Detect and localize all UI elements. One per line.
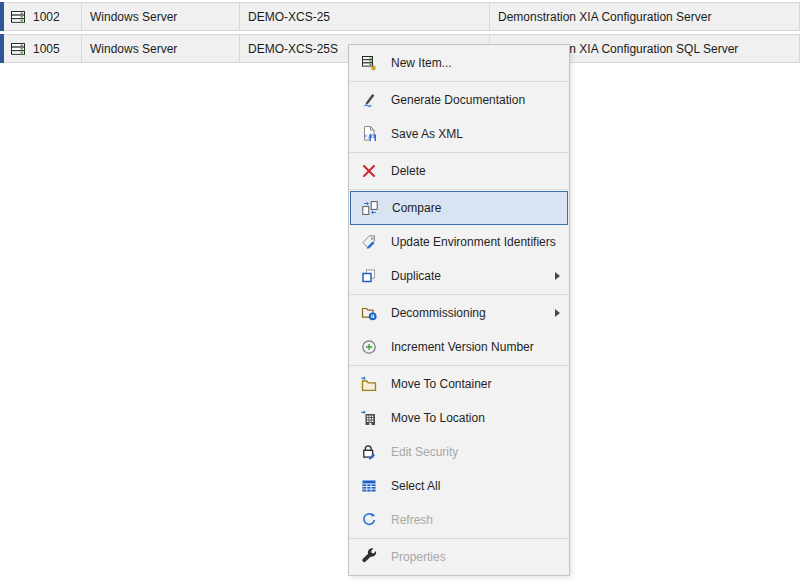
menu-separator	[349, 152, 569, 153]
item-type: Windows Server	[90, 42, 177, 56]
server-icon	[10, 9, 26, 25]
cell-name: DEMO-XCS-25	[240, 3, 490, 30]
menu-item-generate-documentation[interactable]: Generate Documentation	[349, 83, 569, 117]
menu-item-refresh: Refresh	[349, 503, 569, 537]
menu-item-move-to-container[interactable]: Move To Container	[349, 367, 569, 401]
menu-item-label: Generate Documentation	[391, 93, 525, 107]
submenu-arrow-icon	[555, 272, 560, 280]
menu-separator	[349, 81, 569, 82]
move-to-location-icon	[359, 409, 379, 427]
item-id: 1002	[33, 10, 60, 24]
context-menu: New Item... Generate Documentation </ Sa…	[348, 44, 570, 576]
cell-description: Demonstration XIA Configuration Server	[490, 3, 799, 30]
menu-item-label: Decommissioning	[391, 306, 486, 320]
menu-item-label: Compare	[392, 201, 441, 215]
menu-item-duplicate[interactable]: Duplicate	[349, 259, 569, 293]
menu-item-select-all[interactable]: Select All	[349, 469, 569, 503]
cell-id: 1005	[4, 35, 82, 62]
server-icon	[10, 41, 26, 57]
properties-icon	[359, 548, 379, 566]
table-row[interactable]: 1002 Windows Server DEMO-XCS-25 Demonstr…	[0, 2, 800, 31]
menu-item-label: Delete	[391, 164, 426, 178]
delete-icon	[359, 162, 379, 180]
cell-type: Windows Server	[82, 3, 240, 30]
menu-item-label: Move To Container	[391, 377, 492, 391]
menu-item-label: Update Environment Identifiers	[391, 235, 556, 249]
menu-separator	[349, 538, 569, 539]
duplicate-icon	[359, 267, 379, 285]
edit-security-icon	[359, 443, 379, 461]
item-description: Demonstration XIA Configuration Server	[498, 10, 711, 24]
menu-item-save-as-xml[interactable]: </ Save As XML	[349, 117, 569, 151]
menu-item-label: Refresh	[391, 513, 433, 527]
menu-item-new-item[interactable]: New Item...	[349, 46, 569, 80]
menu-item-update-environment-identifiers[interactable]: Update Environment Identifiers	[349, 225, 569, 259]
menu-item-compare[interactable]: Compare	[350, 191, 568, 225]
save-as-xml-icon: </	[359, 125, 379, 143]
refresh-icon	[359, 511, 379, 529]
move-to-container-icon	[359, 375, 379, 393]
menu-item-decommissioning[interactable]: Decommissioning	[349, 296, 569, 330]
item-name: DEMO-XCS-25S	[248, 42, 338, 56]
generate-documentation-icon	[359, 91, 379, 109]
menu-item-label: Save As XML	[391, 127, 463, 141]
menu-separator	[349, 294, 569, 295]
cell-id: 1002	[4, 3, 82, 30]
compare-icon	[360, 199, 380, 217]
menu-item-label: Properties	[391, 550, 446, 564]
item-id: 1005	[33, 42, 60, 56]
menu-item-label: Edit Security	[391, 445, 458, 459]
item-name: DEMO-XCS-25	[248, 10, 330, 24]
decommissioning-icon	[359, 304, 379, 322]
new-item-icon	[359, 54, 379, 72]
menu-item-label: Duplicate	[391, 269, 441, 283]
select-all-icon	[359, 477, 379, 495]
item-type: Windows Server	[90, 10, 177, 24]
update-environment-identifiers-icon	[359, 233, 379, 251]
menu-item-increment-version-number[interactable]: Increment Version Number	[349, 330, 569, 364]
menu-item-delete[interactable]: Delete	[349, 154, 569, 188]
menu-separator	[349, 365, 569, 366]
menu-item-move-to-location[interactable]: Move To Location	[349, 401, 569, 435]
submenu-arrow-icon	[555, 309, 560, 317]
menu-item-label: Select All	[391, 479, 440, 493]
menu-item-edit-security: Edit Security	[349, 435, 569, 469]
increment-version-number-icon	[359, 338, 379, 356]
menu-item-properties: Properties	[349, 540, 569, 574]
menu-separator	[349, 189, 569, 190]
menu-item-label: New Item...	[391, 56, 452, 70]
cell-type: Windows Server	[82, 35, 240, 62]
menu-item-label: Move To Location	[391, 411, 485, 425]
menu-item-label: Increment Version Number	[391, 340, 534, 354]
